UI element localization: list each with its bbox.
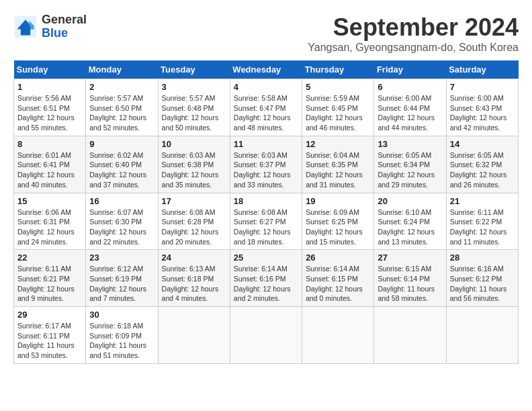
day-number: 24 [162, 253, 226, 263]
day-info: Sunrise: 6:17 AM Sunset: 6:11 PM Dayligh… [17, 321, 82, 361]
day-info: Sunrise: 6:03 AM Sunset: 6:38 PM Dayligh… [162, 150, 226, 190]
calendar-cell: 25Sunrise: 6:14 AM Sunset: 6:16 PM Dayli… [230, 250, 302, 307]
day-info: Sunrise: 6:02 AM Sunset: 6:40 PM Dayligh… [89, 150, 154, 190]
calendar-cell: 2Sunrise: 5:57 AM Sunset: 6:50 PM Daylig… [86, 79, 158, 136]
header-sunday: Sunday [14, 60, 86, 79]
day-number: 5 [306, 82, 370, 92]
day-info: Sunrise: 6:05 AM Sunset: 6:34 PM Dayligh… [378, 150, 442, 190]
day-info: Sunrise: 6:15 AM Sunset: 6:14 PM Dayligh… [378, 264, 442, 304]
calendar-cell: 7Sunrise: 6:00 AM Sunset: 6:43 PM Daylig… [446, 79, 518, 136]
day-number: 12 [306, 139, 370, 149]
day-number: 23 [89, 253, 154, 263]
header-monday: Monday [86, 60, 158, 79]
header-tuesday: Tuesday [158, 60, 230, 79]
day-info: Sunrise: 5:56 AM Sunset: 6:51 PM Dayligh… [17, 93, 82, 133]
day-number: 3 [162, 82, 226, 92]
day-info: Sunrise: 6:01 AM Sunset: 6:41 PM Dayligh… [17, 150, 82, 190]
calendar-cell [158, 307, 230, 364]
calendar-cell: 8Sunrise: 6:01 AM Sunset: 6:41 PM Daylig… [14, 136, 86, 193]
day-number: 1 [17, 82, 82, 92]
calendar-cell: 27Sunrise: 6:15 AM Sunset: 6:14 PM Dayli… [374, 250, 446, 307]
calendar-cell: 9Sunrise: 6:02 AM Sunset: 6:40 PM Daylig… [86, 136, 158, 193]
day-info: Sunrise: 5:59 AM Sunset: 6:45 PM Dayligh… [306, 93, 370, 133]
calendar-cell: 24Sunrise: 6:13 AM Sunset: 6:18 PM Dayli… [158, 250, 230, 307]
calendar-cell: 4Sunrise: 5:58 AM Sunset: 6:47 PM Daylig… [230, 79, 302, 136]
calendar-cell: 13Sunrise: 6:05 AM Sunset: 6:34 PM Dayli… [374, 136, 446, 193]
calendar-table: SundayMondayTuesdayWednesdayThursdayFrid… [13, 60, 519, 364]
day-info: Sunrise: 6:14 AM Sunset: 6:16 PM Dayligh… [234, 264, 298, 304]
subtitle: Yangsan, Gyeongsangnam-do, South Korea [308, 42, 519, 54]
day-info: Sunrise: 5:58 AM Sunset: 6:47 PM Dayligh… [234, 93, 298, 133]
day-number: 26 [306, 253, 370, 263]
header-friday: Friday [374, 60, 446, 79]
day-number: 15 [17, 196, 82, 206]
day-number: 19 [306, 196, 370, 206]
week-row-4: 29Sunrise: 6:17 AM Sunset: 6:11 PM Dayli… [14, 307, 519, 364]
page-header: General Blue September 2024 Yangsan, Gye… [13, 13, 519, 54]
day-info: Sunrise: 6:14 AM Sunset: 6:15 PM Dayligh… [306, 264, 370, 304]
day-info: Sunrise: 6:13 AM Sunset: 6:18 PM Dayligh… [162, 264, 226, 304]
day-info: Sunrise: 6:10 AM Sunset: 6:24 PM Dayligh… [378, 208, 442, 247]
calendar-cell: 21Sunrise: 6:11 AM Sunset: 6:22 PM Dayli… [446, 193, 518, 250]
calendar-cell: 11Sunrise: 6:03 AM Sunset: 6:37 PM Dayli… [230, 136, 302, 193]
day-number: 25 [234, 253, 298, 263]
calendar-cell: 12Sunrise: 6:04 AM Sunset: 6:35 PM Dayli… [302, 136, 374, 193]
day-info: Sunrise: 6:08 AM Sunset: 6:28 PM Dayligh… [162, 208, 226, 247]
day-number: 6 [378, 82, 442, 92]
header-wednesday: Wednesday [230, 60, 302, 79]
calendar-cell: 28Sunrise: 6:16 AM Sunset: 6:12 PM Dayli… [446, 250, 518, 307]
calendar-cell: 1Sunrise: 5:56 AM Sunset: 6:51 PM Daylig… [14, 79, 86, 136]
day-number: 14 [450, 139, 515, 149]
day-number: 8 [17, 139, 82, 149]
calendar-cell: 10Sunrise: 6:03 AM Sunset: 6:38 PM Dayli… [158, 136, 230, 193]
logo-line1: General [42, 13, 87, 27]
calendar-header-row: SundayMondayTuesdayWednesdayThursdayFrid… [14, 60, 519, 79]
day-number: 28 [450, 253, 515, 263]
calendar-cell: 3Sunrise: 5:57 AM Sunset: 6:48 PM Daylig… [158, 79, 230, 136]
calendar-cell: 26Sunrise: 6:14 AM Sunset: 6:15 PM Dayli… [302, 250, 374, 307]
day-number: 10 [162, 139, 226, 149]
day-number: 30 [89, 310, 154, 320]
day-number: 21 [450, 196, 515, 206]
calendar-cell: 30Sunrise: 6:18 AM Sunset: 6:09 PM Dayli… [86, 307, 158, 364]
calendar-cell: 14Sunrise: 6:05 AM Sunset: 6:32 PM Dayli… [446, 136, 518, 193]
calendar-cell: 29Sunrise: 6:17 AM Sunset: 6:11 PM Dayli… [14, 307, 86, 364]
day-info: Sunrise: 6:08 AM Sunset: 6:27 PM Dayligh… [234, 208, 298, 247]
day-info: Sunrise: 6:11 AM Sunset: 6:22 PM Dayligh… [450, 208, 515, 247]
calendar-cell: 20Sunrise: 6:10 AM Sunset: 6:24 PM Dayli… [374, 193, 446, 250]
week-row-2: 15Sunrise: 6:06 AM Sunset: 6:31 PM Dayli… [14, 193, 519, 250]
header-saturday: Saturday [446, 60, 518, 79]
day-number: 27 [378, 253, 442, 263]
day-number: 18 [234, 196, 298, 206]
calendar-cell: 22Sunrise: 6:11 AM Sunset: 6:21 PM Dayli… [14, 250, 86, 307]
day-number: 20 [378, 196, 442, 206]
day-info: Sunrise: 6:16 AM Sunset: 6:12 PM Dayligh… [450, 264, 515, 304]
week-row-0: 1Sunrise: 5:56 AM Sunset: 6:51 PM Daylig… [14, 79, 519, 136]
week-row-3: 22Sunrise: 6:11 AM Sunset: 6:21 PM Dayli… [14, 250, 519, 307]
day-number: 17 [162, 196, 226, 206]
header-thursday: Thursday [302, 60, 374, 79]
day-number: 16 [89, 196, 154, 206]
day-number: 29 [17, 310, 82, 320]
title-block: September 2024 Yangsan, Gyeongsangnam-do… [308, 13, 519, 54]
day-number: 4 [234, 82, 298, 92]
main-title: September 2024 [308, 13, 519, 42]
day-info: Sunrise: 6:00 AM Sunset: 6:43 PM Dayligh… [450, 93, 515, 133]
day-info: Sunrise: 6:11 AM Sunset: 6:21 PM Dayligh… [17, 264, 82, 304]
day-info: Sunrise: 6:18 AM Sunset: 6:09 PM Dayligh… [89, 321, 154, 361]
calendar-cell [302, 307, 374, 364]
day-info: Sunrise: 6:07 AM Sunset: 6:30 PM Dayligh… [89, 208, 154, 247]
calendar-cell: 17Sunrise: 6:08 AM Sunset: 6:28 PM Dayli… [158, 193, 230, 250]
day-number: 7 [450, 82, 515, 92]
calendar-cell: 19Sunrise: 6:09 AM Sunset: 6:25 PM Dayli… [302, 193, 374, 250]
day-info: Sunrise: 6:04 AM Sunset: 6:35 PM Dayligh… [306, 150, 370, 190]
calendar-cell [374, 307, 446, 364]
week-row-1: 8Sunrise: 6:01 AM Sunset: 6:41 PM Daylig… [14, 136, 519, 193]
calendar-cell: 16Sunrise: 6:07 AM Sunset: 6:30 PM Dayli… [86, 193, 158, 250]
day-info: Sunrise: 6:09 AM Sunset: 6:25 PM Dayligh… [306, 208, 370, 247]
day-number: 9 [89, 139, 154, 149]
day-number: 2 [89, 82, 154, 92]
day-info: Sunrise: 6:00 AM Sunset: 6:44 PM Dayligh… [378, 93, 442, 133]
day-info: Sunrise: 5:57 AM Sunset: 6:48 PM Dayligh… [162, 93, 226, 133]
calendar-cell: 6Sunrise: 6:00 AM Sunset: 6:44 PM Daylig… [374, 79, 446, 136]
